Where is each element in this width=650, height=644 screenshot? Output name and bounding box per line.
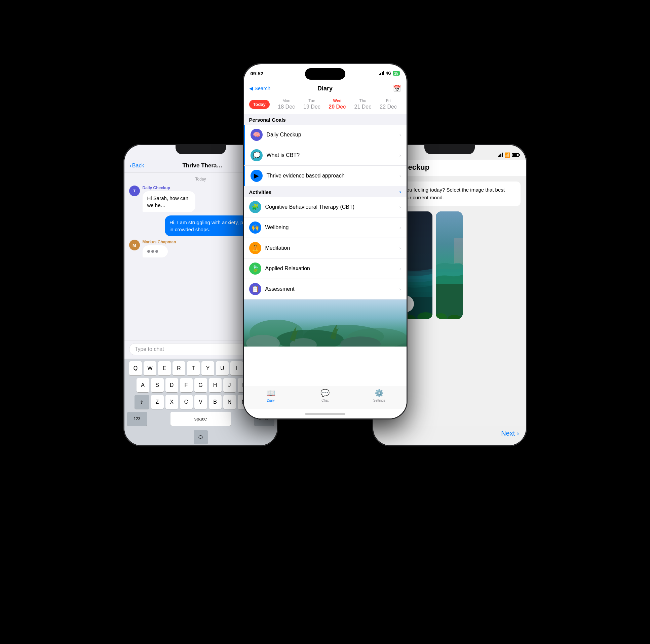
list-item-meditation[interactable]: 🧘 Meditation › — [244, 238, 406, 259]
daily-checkup-label: Daily Checkup — [267, 132, 395, 138]
chevron-assessment-icon: › — [399, 287, 401, 292]
right-battery-icon — [512, 153, 519, 157]
chat-tab-icon: 💬 — [321, 389, 329, 397]
key-i[interactable]: I — [230, 361, 243, 375]
center-time: 09:52 — [251, 71, 263, 76]
item-accent-bar-3 — [244, 166, 245, 186]
section-activities: Activities › — [244, 186, 406, 197]
list-item-thrive-approach[interactable]: ▶ Thrive evidence based approach › — [244, 166, 406, 186]
next-button[interactable]: Next › — [501, 429, 519, 437]
key-q[interactable]: Q — [129, 361, 142, 375]
key-a[interactable]: A — [137, 378, 149, 392]
chevron-wellbeing-icon: › — [399, 225, 401, 230]
list-item-relaxation[interactable]: 🍃 Applied Relaxation › — [244, 259, 406, 279]
mood-card-light[interactable] — [436, 212, 463, 319]
home-bar — [305, 413, 345, 415]
thrive-approach-label: Thrive evidence based approach — [267, 173, 395, 179]
back-label: Back — [132, 163, 144, 169]
meditation-label: Meditation — [265, 245, 395, 251]
cbt-label: Cognitive Behavioural Therapy (CBT) — [265, 204, 395, 210]
section-personal-goals: Personal Goals — [244, 114, 406, 125]
item-accent-bar — [244, 125, 245, 145]
chevron-right-icon: › — [399, 132, 401, 138]
diary-list: Personal Goals 🧠 Daily Checkup › 💭 What … — [244, 114, 406, 386]
key-e[interactable]: E — [158, 361, 171, 375]
key-f[interactable]: F — [180, 378, 193, 392]
daily-checkup-icon: 🧠 — [251, 129, 263, 141]
phone-center: 09:52 4G 15 ◀ Search — [243, 63, 407, 419]
key-123[interactable]: 123 — [127, 412, 147, 426]
key-u[interactable]: U — [216, 361, 229, 375]
wellbeing-label: Wellbeing — [265, 225, 395, 231]
center-status-icons: 4G 15 — [379, 71, 399, 76]
settings-tab-icon: ⚙️ — [374, 389, 384, 397]
tab-chat[interactable]: 💬 Chat — [298, 389, 352, 402]
diary-tab-icon: 📖 — [266, 389, 276, 397]
mood-card-light-svg — [436, 212, 463, 319]
center-4g-label: 4G — [386, 71, 391, 76]
settings-tab-label: Settings — [373, 399, 385, 402]
key-j[interactable]: J — [223, 378, 236, 392]
key-space[interactable]: space — [171, 412, 231, 426]
markus-avatar: M — [129, 240, 140, 251]
thrive-avatar: T — [129, 186, 140, 196]
personal-goals-header: Personal Goals — [249, 117, 286, 123]
activities-chevron-icon[interactable]: › — [399, 189, 401, 195]
date-tue[interactable]: Tue 19 Dec — [299, 99, 325, 110]
key-c[interactable]: C — [180, 395, 193, 409]
key-z[interactable]: Z — [151, 395, 164, 409]
notch-right — [424, 145, 475, 154]
tab-diary[interactable]: 📖 Diary — [244, 389, 298, 402]
date-fri[interactable]: Fri 22 Dec — [375, 99, 401, 110]
diary-watercolor-bg — [244, 300, 406, 346]
key-y[interactable]: Y — [202, 361, 214, 375]
date-thu[interactable]: Thu 21 Dec — [350, 99, 375, 110]
wellbeing-icon: 🙌 — [249, 222, 261, 234]
chevron-right-icon-2: › — [399, 153, 401, 158]
key-b[interactable]: B — [209, 395, 222, 409]
list-item-wellbeing[interactable]: 🙌 Wellbeing › — [244, 218, 406, 238]
key-v[interactable]: V — [194, 395, 207, 409]
key-shift[interactable]: ⇧ — [135, 395, 149, 409]
notch-left — [176, 145, 226, 154]
list-item-daily-checkup[interactable]: 🧠 Daily Checkup › — [244, 125, 406, 145]
key-x[interactable]: X — [166, 395, 178, 409]
chevron-left-icon: ‹ — [130, 163, 132, 169]
date-strip: Today Mon 18 Dec Tue 19 Dec Wed 20 Dec — [244, 96, 406, 114]
today-button[interactable]: Today — [249, 100, 270, 109]
key-t[interactable]: T — [187, 361, 200, 375]
list-item-cbt-intro[interactable]: 💭 What is CBT? › — [244, 145, 406, 166]
meditation-icon: 🧘 — [249, 242, 261, 254]
center-tab-bar: 📖 Diary 💬 Chat ⚙️ Settings — [244, 386, 406, 409]
key-h[interactable]: H — [209, 378, 222, 392]
relaxation-label: Applied Relaxation — [265, 266, 395, 272]
dynamic-island — [305, 68, 345, 80]
list-item-cbt[interactable]: 🧩 Cognitive Behavioural Therapy (CBT) › — [244, 197, 406, 218]
right-status-icons: 📶 — [498, 152, 519, 158]
key-r[interactable]: R — [173, 361, 185, 375]
right-signal-icon — [498, 153, 503, 157]
chevron-cbt-icon: › — [399, 204, 401, 210]
diary-tab-label: Diary — [267, 399, 275, 402]
key-d[interactable]: D — [166, 378, 178, 392]
key-g[interactable]: G — [194, 378, 207, 392]
sender-markus: Markus Chapman — [143, 240, 176, 244]
key-w[interactable]: W — [144, 361, 156, 375]
watercolor-svg — [244, 300, 406, 346]
relaxation-icon: 🍃 — [249, 263, 261, 275]
cbt-icon: 🧩 — [249, 201, 261, 213]
key-s[interactable]: S — [151, 378, 164, 392]
date-mon[interactable]: Mon 18 Dec — [274, 99, 299, 110]
search-back-button[interactable]: ◀ Search — [249, 85, 271, 91]
date-wed[interactable]: Wed 20 Dec — [325, 99, 350, 110]
key-n[interactable]: N — [223, 395, 236, 409]
tab-settings[interactable]: ⚙️ Settings — [352, 389, 406, 402]
assessment-label: Assessment — [265, 286, 395, 292]
list-item-assessment[interactable]: 📋 Assessment › — [244, 279, 406, 300]
back-button[interactable]: ‹ Back — [130, 163, 144, 169]
key-emoji[interactable]: ☺ — [194, 430, 208, 444]
chevron-relaxation-icon: › — [399, 266, 401, 271]
calendar-icon-button[interactable]: 📅 — [393, 84, 401, 92]
center-nav-bar: ◀ Search Diary 📅 — [244, 82, 406, 96]
cbt-intro-label: What is CBT? — [267, 152, 395, 158]
